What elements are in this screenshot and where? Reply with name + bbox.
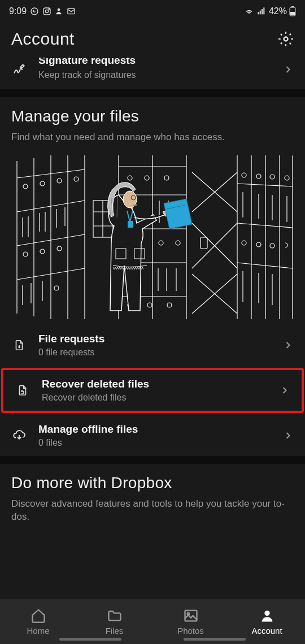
svg-point-60	[159, 241, 163, 245]
file-requests-row[interactable]: File requests 0 file requests	[0, 325, 305, 365]
android-nav-bar	[0, 638, 305, 641]
signature-icon	[12, 62, 27, 77]
header: Account	[0, 23, 305, 59]
svg-point-61	[176, 241, 180, 245]
nav-files-label: Files	[106, 626, 124, 636]
section-divider	[0, 89, 305, 97]
recover-file-icon	[16, 384, 29, 397]
svg-line-75	[237, 263, 293, 268]
file-requests-title: File requests	[38, 333, 271, 345]
file-archive-illustration	[11, 155, 294, 319]
svg-rect-8	[262, 9, 263, 14]
do-more-section-header: Do more with Dropbox Discover advanced f…	[0, 464, 305, 530]
svg-point-26	[74, 177, 79, 181]
svg-point-35	[57, 246, 62, 251]
file-request-icon	[13, 338, 25, 352]
nav-photos[interactable]: Photos	[152, 599, 229, 644]
status-time: 9:09	[9, 6, 27, 16]
wifi-icon	[244, 7, 254, 16]
home-icon	[30, 608, 46, 624]
account-icon	[259, 608, 275, 624]
settings-gear-icon[interactable]	[278, 31, 294, 47]
svg-point-24	[40, 181, 45, 186]
svg-point-13	[284, 37, 288, 41]
chevron-right-icon	[279, 385, 290, 396]
manage-files-sub: Find what you need and manage who has ac…	[11, 131, 294, 144]
manage-files-section-header: Manage your files Find what you need and…	[0, 97, 305, 151]
svg-rect-7	[260, 11, 261, 15]
svg-point-105	[264, 610, 269, 615]
battery-percent: 42%	[269, 6, 287, 16]
nav-home[interactable]: Home	[0, 599, 76, 644]
status-app-icons	[30, 7, 76, 16]
svg-point-86	[270, 243, 274, 248]
recover-deleted-files-row[interactable]: Recover deleted files Recover deleted fi…	[3, 370, 302, 411]
do-more-title: Do more with Dropbox	[11, 474, 294, 492]
svg-point-0	[31, 8, 38, 15]
section-divider	[0, 456, 305, 464]
svg-point-66	[147, 303, 152, 307]
svg-rect-6	[258, 12, 259, 14]
svg-point-53	[145, 176, 149, 180]
file-requests-sub: 0 file requests	[38, 347, 271, 358]
highlight-annotation: Recover deleted files Recover deleted fi…	[1, 368, 304, 413]
person-icon	[55, 7, 63, 16]
manage-offline-sub: 0 files	[38, 438, 271, 448]
battery-icon	[289, 6, 296, 16]
signal-icon	[256, 7, 267, 16]
svg-point-77	[256, 174, 261, 179]
svg-point-39	[54, 286, 59, 290]
page-title: Account	[11, 29, 75, 49]
photo-icon	[183, 608, 199, 624]
recover-deleted-sub: Recover deleted files	[42, 393, 268, 403]
svg-point-79	[285, 176, 289, 180]
svg-point-84	[242, 241, 246, 245]
svg-point-67	[167, 303, 172, 307]
signature-requests-title: Signature requests	[38, 58, 271, 67]
svg-point-23	[23, 184, 28, 189]
nav-account[interactable]: Account	[229, 599, 305, 644]
whatsapp-icon	[30, 7, 39, 16]
svg-point-2	[45, 10, 48, 12]
nav-account-label: Account	[251, 626, 282, 636]
chevron-right-icon	[282, 340, 294, 351]
svg-point-52	[128, 176, 132, 180]
manage-offline-title: Manage offline files	[38, 423, 271, 436]
chevron-right-icon	[282, 64, 294, 75]
svg-point-76	[242, 173, 246, 177]
status-bar: 9:09 42%	[0, 0, 305, 23]
svg-point-33	[23, 252, 28, 256]
recover-deleted-title: Recover deleted files	[42, 378, 268, 390]
svg-line-73	[237, 184, 293, 186]
svg-rect-96	[201, 237, 207, 249]
svg-point-85	[256, 242, 261, 247]
svg-point-54	[164, 176, 169, 180]
bottom-nav: Home Files Photos Account	[0, 599, 305, 644]
manage-files-title: Manage your files	[11, 107, 294, 125]
signature-requests-sub: Keep track of signatures	[38, 70, 271, 80]
svg-rect-9	[263, 7, 264, 14]
svg-point-3	[49, 9, 49, 10]
gmail-icon	[66, 7, 76, 16]
instagram-icon	[42, 7, 51, 16]
svg-rect-11	[291, 6, 294, 7]
svg-point-78	[270, 175, 274, 179]
nav-home-label: Home	[27, 626, 49, 636]
svg-rect-99	[128, 221, 133, 228]
signature-requests-row[interactable]: Signature requests Keep track of signatu…	[0, 59, 305, 89]
folder-icon	[107, 608, 123, 624]
cloud-download-icon	[12, 429, 27, 442]
svg-point-25	[57, 179, 62, 183]
manage-offline-files-row[interactable]: Manage offline files 0 files	[0, 415, 305, 456]
do-more-sub: Discover advanced features and tools to …	[11, 498, 294, 524]
chevron-right-icon	[282, 430, 294, 441]
svg-point-4	[58, 8, 60, 11]
svg-rect-12	[290, 12, 295, 15]
svg-point-34	[40, 249, 45, 254]
nav-files[interactable]: Files	[76, 599, 152, 644]
nav-photos-label: Photos	[177, 626, 204, 636]
svg-line-74	[237, 223, 293, 228]
svg-point-104	[187, 612, 189, 615]
